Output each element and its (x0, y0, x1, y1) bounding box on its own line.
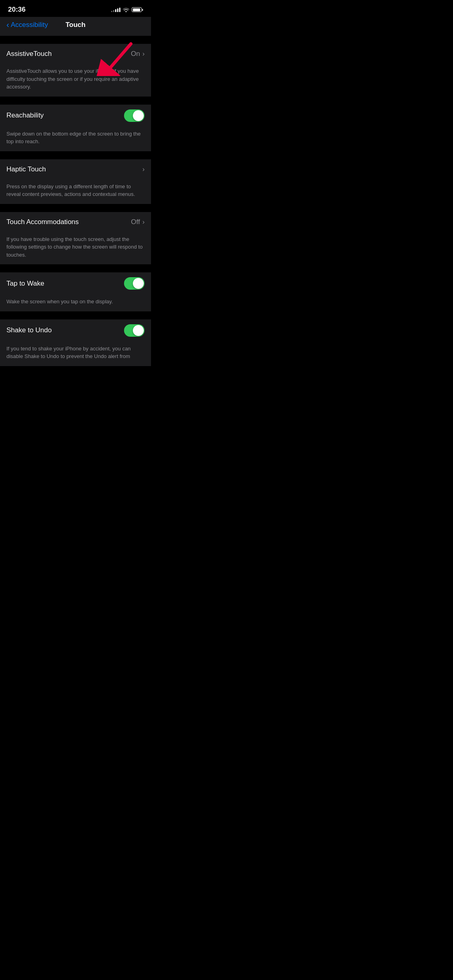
section-gap-4 (0, 204, 151, 212)
shake-to-undo-row[interactable]: Shake to Undo (0, 319, 151, 342)
section-gap-2 (0, 97, 151, 105)
shake-to-undo-toggle[interactable] (124, 324, 145, 337)
tap-to-wake-description: Wake the screen when you tap on the disp… (0, 294, 151, 311)
section-gap-3 (0, 151, 151, 159)
haptic-touch-label: Haptic Touch (6, 165, 143, 173)
haptic-touch-description: Press on the display using a different l… (0, 179, 151, 204)
status-icons (111, 7, 143, 12)
haptic-touch-chevron-icon: › (143, 166, 145, 173)
touch-accommodations-section: Touch Accommodations Off › If you have t… (0, 212, 151, 265)
tap-to-wake-toggle[interactable] (124, 277, 145, 290)
battery-icon (132, 7, 143, 12)
shake-to-undo-label: Shake to Undo (6, 326, 124, 334)
reachability-section: Reachability Swipe down on the bottom ed… (0, 105, 151, 151)
assistivetouch-chevron-icon: › (143, 50, 145, 58)
status-bar: 20:36 (0, 0, 151, 17)
wifi-icon (123, 7, 129, 12)
navigation-bar: ‹ Accessibility Touch (0, 17, 151, 36)
touch-accommodations-description: If you have trouble using the touch scre… (0, 232, 151, 265)
shake-to-undo-toggle-knob (133, 325, 144, 336)
tap-to-wake-toggle-knob (133, 278, 144, 289)
reachability-label: Reachability (6, 111, 124, 119)
touch-accommodations-label: Touch Accommodations (6, 218, 131, 226)
reachability-row[interactable]: Reachability (0, 105, 151, 127)
toggle-knob (133, 110, 144, 121)
touch-accommodations-chevron-icon: › (143, 218, 145, 226)
section-gap-5 (0, 264, 151, 272)
page-title: Touch (52, 21, 98, 29)
touch-accommodations-row[interactable]: Touch Accommodations Off › (0, 212, 151, 232)
reachability-toggle[interactable] (124, 109, 145, 122)
back-button[interactable]: ‹ Accessibility (6, 20, 52, 29)
haptic-touch-row[interactable]: Haptic Touch › (0, 159, 151, 179)
touch-accommodations-value: Off (131, 218, 140, 226)
status-time: 20:36 (8, 6, 25, 14)
shake-to-undo-description: If you tend to shake your iPhone by acci… (0, 342, 151, 366)
reachability-description: Swipe down on the bottom edge of the scr… (0, 127, 151, 151)
back-label: Accessibility (11, 21, 48, 29)
signal-bars-icon (111, 7, 120, 12)
assistivetouch-row[interactable]: AssistiveTouch On › (0, 44, 151, 64)
tap-to-wake-section: Tap to Wake Wake the screen when you tap… (0, 272, 151, 311)
haptic-touch-section: Haptic Touch › Press on the display usin… (0, 159, 151, 204)
assistivetouch-row-wrapper: AssistiveTouch On › (0, 44, 151, 64)
tap-to-wake-row[interactable]: Tap to Wake (0, 272, 151, 294)
section-gap-6 (0, 311, 151, 319)
back-chevron-icon: ‹ (6, 20, 9, 29)
shake-to-undo-section: Shake to Undo If you tend to shake your … (0, 319, 151, 366)
assistivetouch-description: AssistiveTouch allows you to use your iP… (0, 64, 151, 97)
assistivetouch-section: AssistiveTouch On › AssistiveTouch allow… (0, 44, 151, 97)
assistivetouch-value: On (131, 50, 140, 58)
section-gap-1 (0, 36, 151, 44)
tap-to-wake-label: Tap to Wake (6, 280, 124, 288)
assistivetouch-label: AssistiveTouch (6, 50, 131, 58)
